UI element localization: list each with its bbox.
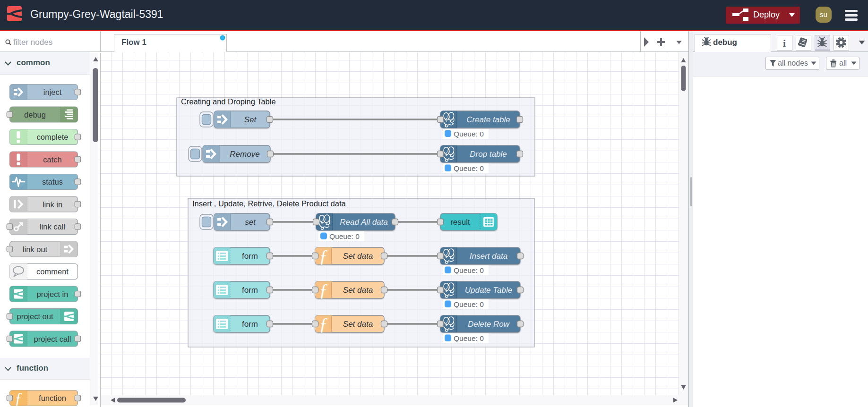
- svg-text:Delete Row: Delete Row: [468, 320, 510, 329]
- svg-text:project out: project out: [17, 312, 53, 321]
- svg-text:Set data: Set data: [343, 320, 373, 329]
- svg-text:ƒ: ƒ: [319, 246, 328, 266]
- svg-text:link in: link in: [43, 200, 62, 209]
- svg-text:form: form: [242, 320, 258, 329]
- svg-text:Update Table: Update Table: [465, 286, 513, 295]
- svg-text:catch: catch: [43, 155, 61, 164]
- svg-text:link out: link out: [23, 245, 48, 254]
- svg-text:Queue: 0: Queue: 0: [454, 300, 484, 308]
- svg-text:ƒ: ƒ: [319, 314, 328, 334]
- svg-text:project in: project in: [37, 290, 69, 298]
- svg-text:status: status: [42, 178, 63, 186]
- svg-text:Queue: 0: Queue: 0: [454, 130, 484, 138]
- svg-text:debug: debug: [24, 110, 46, 119]
- svg-text:Insert , Update, Retrive, Dele: Insert , Update, Retrive, Delete Product…: [192, 199, 346, 208]
- svg-text:link call: link call: [40, 222, 65, 231]
- svg-text:Creating and Droping Table: Creating and Droping Table: [181, 97, 276, 106]
- svg-text:form: form: [242, 252, 258, 261]
- svg-text:Queue: 0: Queue: 0: [454, 334, 484, 342]
- svg-text:comment: comment: [36, 267, 69, 276]
- svg-text:function: function: [39, 394, 66, 402]
- svg-text:Insert data: Insert data: [470, 252, 507, 261]
- svg-text:Queue: 0: Queue: 0: [329, 232, 360, 240]
- svg-text:ƒ: ƒ: [15, 390, 23, 407]
- svg-text:Set data: Set data: [343, 286, 373, 295]
- svg-text:Queue: 0: Queue: 0: [454, 164, 484, 172]
- svg-text:Set: Set: [244, 115, 257, 124]
- svg-text:Drop table: Drop table: [470, 150, 507, 159]
- svg-text:Create table: Create table: [466, 115, 510, 124]
- svg-text:form: form: [242, 286, 258, 295]
- svg-text:Queue: 0: Queue: 0: [454, 266, 484, 274]
- svg-text:inject: inject: [43, 88, 62, 96]
- svg-text:Set data: Set data: [343, 252, 373, 261]
- svg-text:Remove: Remove: [230, 150, 259, 159]
- svg-text:ƒ: ƒ: [319, 280, 328, 300]
- svg-text:Read All data: Read All data: [340, 218, 387, 227]
- svg-text:result: result: [450, 218, 470, 227]
- svg-text:complete: complete: [37, 133, 69, 141]
- svg-text:i: i: [783, 37, 786, 49]
- svg-text:project call: project call: [34, 335, 71, 343]
- svg-text:set: set: [245, 218, 256, 227]
